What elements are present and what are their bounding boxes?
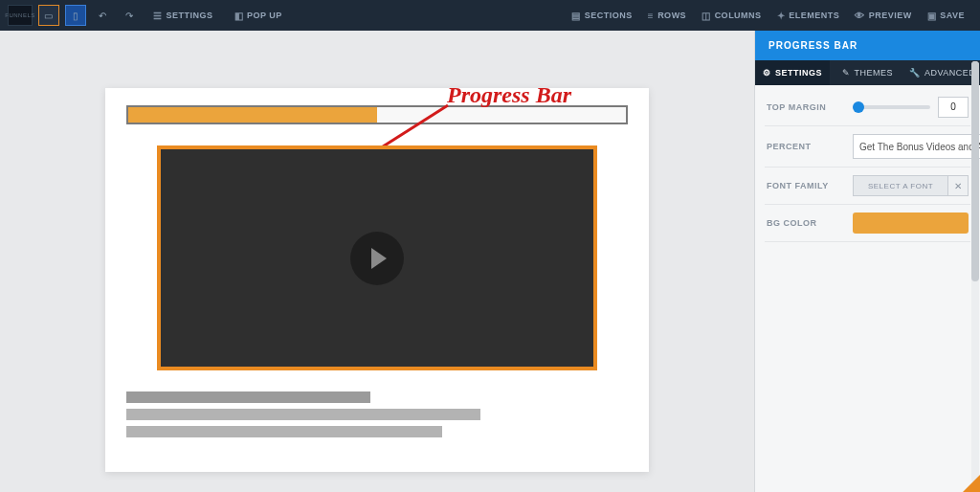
redo-button[interactable]: ↷ bbox=[119, 5, 140, 26]
save-label: SAVE bbox=[940, 11, 965, 20]
tab-themes-label: THEMES bbox=[854, 68, 893, 78]
percent-input-value: Get The Bonus Videos and A bbox=[859, 142, 980, 152]
row-percent: PERCENT Get The Bonus Videos and A bbox=[765, 126, 970, 168]
tab-advanced-label: ADVANCED bbox=[924, 68, 975, 78]
sidebar-title: PROGRESS BAR bbox=[755, 31, 980, 60]
text-placeholder-block[interactable] bbox=[126, 391, 628, 437]
rows-button[interactable]: ≡ ROWS bbox=[640, 5, 694, 26]
placeholder-line bbox=[126, 391, 370, 403]
settings-sidebar: PROGRESS BAR ⚙ SETTINGS ✎ THEMES 🔧 ADVAN… bbox=[754, 31, 980, 492]
desktop-icon: ▭ bbox=[44, 11, 54, 21]
undo-icon: ↶ bbox=[99, 11, 107, 21]
label-top-margin: TOP MARGIN bbox=[767, 102, 845, 112]
settings-button[interactable]: ☰ SETTINGS bbox=[145, 5, 221, 26]
elements-button[interactable]: ✦ ELEMENTS bbox=[769, 5, 848, 26]
select-font-button[interactable]: SELECT A FONT bbox=[853, 175, 947, 196]
play-button[interactable] bbox=[350, 232, 404, 285]
label-font-family: FONT FAMILY bbox=[767, 181, 845, 190]
save-button[interactable]: ▣ SAVE bbox=[920, 5, 972, 26]
progress-bar-fill bbox=[128, 107, 377, 123]
main-area: Progress Bar bbox=[0, 31, 980, 492]
row-font-family: FONT FAMILY SELECT A FONT ✕ bbox=[765, 168, 970, 205]
sidebar-tabs: ⚙ SETTINGS ✎ THEMES 🔧 ADVANCED bbox=[755, 60, 980, 85]
columns-button[interactable]: ◫ COLUMNS bbox=[694, 5, 769, 26]
top-toolbar: FUNNELS ▭ ▯ ↶ ↷ ☰ SETTINGS ◧ POP UP ▤ SE… bbox=[0, 0, 980, 31]
editor-canvas-wrap: Progress Bar bbox=[0, 31, 754, 492]
wrench-icon: 🔧 bbox=[909, 68, 921, 78]
redo-icon: ↷ bbox=[125, 11, 134, 21]
app-logo[interactable]: FUNNELS bbox=[8, 5, 33, 26]
preview-label: PREVIEW bbox=[869, 11, 912, 20]
tab-settings-label: SETTINGS bbox=[775, 68, 822, 78]
settings-label: SETTINGS bbox=[167, 11, 213, 20]
clear-font-button[interactable]: ✕ bbox=[947, 175, 969, 196]
play-icon bbox=[371, 248, 387, 269]
popup-label: POP UP bbox=[247, 11, 282, 20]
row-bg-color: BG COLOR bbox=[765, 205, 970, 242]
rows-icon: ≡ bbox=[648, 11, 654, 21]
elements-icon: ✦ bbox=[777, 11, 786, 21]
label-percent: PERCENT bbox=[767, 142, 845, 151]
close-icon: ✕ bbox=[954, 181, 962, 191]
sections-icon: ▤ bbox=[571, 11, 581, 21]
columns-label: COLUMNS bbox=[715, 11, 762, 20]
slider-thumb[interactable] bbox=[853, 101, 864, 113]
placeholder-line bbox=[126, 409, 480, 420]
percent-input[interactable]: Get The Bonus Videos and A bbox=[853, 134, 980, 159]
top-margin-value[interactable]: 0 bbox=[938, 97, 969, 118]
sections-label: SECTIONS bbox=[585, 11, 633, 20]
toolbar-left-group: FUNNELS ▭ ▯ ↶ ↷ ☰ SETTINGS ◧ POP UP bbox=[8, 5, 290, 26]
columns-icon: ◫ bbox=[702, 11, 711, 21]
bg-color-swatch[interactable] bbox=[853, 212, 969, 234]
tab-themes[interactable]: ✎ THEMES bbox=[830, 60, 904, 85]
mobile-view-button[interactable]: ▯ bbox=[65, 5, 86, 26]
brush-icon: ✎ bbox=[842, 68, 851, 78]
popup-icon: ◧ bbox=[234, 11, 244, 21]
tab-settings[interactable]: ⚙ SETTINGS bbox=[755, 60, 830, 85]
rows-label: ROWS bbox=[657, 11, 686, 20]
sliders-icon: ☰ bbox=[153, 11, 163, 21]
placeholder-line bbox=[126, 426, 442, 437]
resize-handle[interactable] bbox=[963, 475, 980, 492]
video-element[interactable] bbox=[157, 145, 597, 370]
preview-button[interactable]: 👁 PREVIEW bbox=[847, 5, 920, 26]
sidebar-body: TOP MARGIN 0 PERCENT Get The Bonus Video… bbox=[755, 85, 980, 246]
page-card[interactable] bbox=[105, 88, 649, 472]
desktop-view-button[interactable]: ▭ bbox=[38, 5, 59, 26]
elements-label: ELEMENTS bbox=[789, 11, 839, 20]
top-margin-slider[interactable] bbox=[853, 105, 930, 109]
gear-icon: ⚙ bbox=[763, 68, 771, 78]
save-icon: ▣ bbox=[927, 11, 937, 21]
undo-button[interactable]: ↶ bbox=[92, 5, 113, 26]
progress-bar-element[interactable] bbox=[126, 105, 628, 124]
label-bg-color: BG COLOR bbox=[767, 218, 845, 228]
sections-button[interactable]: ▤ SECTIONS bbox=[564, 5, 640, 26]
row-top-margin: TOP MARGIN 0 bbox=[765, 89, 970, 126]
sidebar-scrollbar-thumb[interactable] bbox=[971, 61, 979, 281]
popup-button[interactable]: ◧ POP UP bbox=[227, 5, 290, 26]
mobile-icon: ▯ bbox=[73, 11, 79, 21]
tab-advanced[interactable]: 🔧 ADVANCED bbox=[905, 60, 980, 85]
eye-icon: 👁 bbox=[855, 11, 865, 21]
